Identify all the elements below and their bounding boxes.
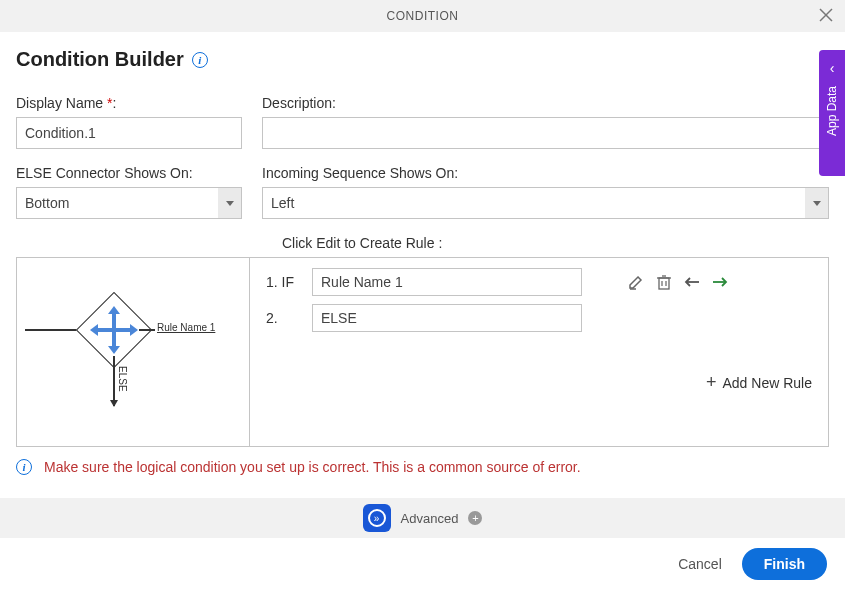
form-row-2: ELSE Connector Shows On: Incoming Sequen… xyxy=(16,165,829,219)
info-icon[interactable]: i xyxy=(192,52,208,68)
else-select-dropdown-button[interactable] xyxy=(218,187,242,219)
rule-number: 1. IF xyxy=(266,274,302,290)
add-rule-label: Add New Rule xyxy=(723,375,813,391)
display-name-input[interactable] xyxy=(16,117,242,149)
description-label: Description: xyxy=(262,95,829,111)
chevron-down-icon xyxy=(813,201,821,206)
display-name-label: Display Name *: xyxy=(16,95,242,111)
else-connector-label: ELSE Connector Shows On: xyxy=(16,165,242,181)
plus-icon: + xyxy=(706,372,717,393)
chevrons-icon: » xyxy=(368,509,386,527)
content-area: Condition Builder i Display Name *: Desc… xyxy=(0,32,845,475)
display-name-col: Display Name *: xyxy=(16,95,242,149)
else-rule-input[interactable] xyxy=(312,304,582,332)
rule-number: 2. xyxy=(266,310,302,326)
rule-row: 2. xyxy=(266,304,812,332)
finish-button[interactable]: Finish xyxy=(742,548,827,580)
move-rule-right-button[interactable] xyxy=(712,276,728,288)
warning-message: Make sure the logical condition you set … xyxy=(44,459,581,475)
plus-icon: + xyxy=(472,512,478,524)
incoming-sequence-select[interactable] xyxy=(262,187,829,219)
add-new-rule-button[interactable]: + Add New Rule xyxy=(266,372,812,393)
incoming-select-dropdown-button[interactable] xyxy=(805,187,829,219)
edit-rule-button[interactable] xyxy=(628,274,644,290)
cancel-button[interactable]: Cancel xyxy=(678,556,722,572)
description-input[interactable] xyxy=(262,117,829,149)
chevron-down-icon xyxy=(226,201,234,206)
arrow-right-icon xyxy=(712,276,728,288)
incoming-sequence-label: Incoming Sequence Shows On: xyxy=(262,165,829,181)
close-button[interactable] xyxy=(819,6,833,27)
dialog-title: CONDITION xyxy=(387,9,459,23)
warning-row: i Make sure the logical condition you se… xyxy=(16,459,829,475)
rule-actions xyxy=(628,274,728,290)
rule-name-input[interactable] xyxy=(312,268,582,296)
incoming-select-wrap xyxy=(262,187,829,219)
svg-rect-3 xyxy=(659,278,669,289)
page-title-row: Condition Builder i xyxy=(16,48,829,71)
rules-panel: 1. IF 2. xyxy=(250,257,829,447)
else-connector-select[interactable] xyxy=(16,187,242,219)
close-icon xyxy=(819,8,833,22)
else-select-wrap xyxy=(16,187,242,219)
advanced-footer: » Advanced + xyxy=(0,498,845,538)
footer-buttons: Cancel Finish xyxy=(678,548,827,580)
dialog-header: CONDITION xyxy=(0,0,845,32)
arrow-left-icon xyxy=(684,276,700,288)
pencil-icon xyxy=(628,274,644,290)
delete-rule-button[interactable] xyxy=(656,274,672,290)
diagram-rule-arrow xyxy=(139,329,155,331)
advanced-add-button[interactable]: + xyxy=(468,511,482,525)
incoming-col: Incoming Sequence Shows On: xyxy=(262,165,829,219)
form-row-1: Display Name *: Description: xyxy=(16,95,829,149)
move-rule-left-button[interactable] xyxy=(684,276,700,288)
advanced-badge-button[interactable]: » xyxy=(363,504,391,532)
diagram-move-handle-icon xyxy=(94,310,134,350)
else-col: ELSE Connector Shows On: xyxy=(16,165,242,219)
info-icon: i xyxy=(16,459,32,475)
condition-diagram: Rule Name 1 ELSE xyxy=(16,257,250,447)
middle-row: Rule Name 1 ELSE 1. IF xyxy=(16,257,829,447)
chevron-left-icon: ‹ xyxy=(830,60,835,76)
page-title: Condition Builder xyxy=(16,48,184,71)
rule-row: 1. IF xyxy=(266,268,812,296)
diagram-else-label: ELSE xyxy=(117,366,128,392)
advanced-label: Advanced xyxy=(401,511,459,526)
diagram-rule-label[interactable]: Rule Name 1 xyxy=(157,322,215,333)
app-data-side-tab[interactable]: ‹ App Data xyxy=(819,50,845,176)
description-col: Description: xyxy=(262,95,829,149)
click-edit-label: Click Edit to Create Rule : xyxy=(282,235,829,251)
trash-icon xyxy=(656,274,672,290)
side-tab-label: App Data xyxy=(825,86,839,136)
diagram-else-arrow xyxy=(113,356,115,406)
